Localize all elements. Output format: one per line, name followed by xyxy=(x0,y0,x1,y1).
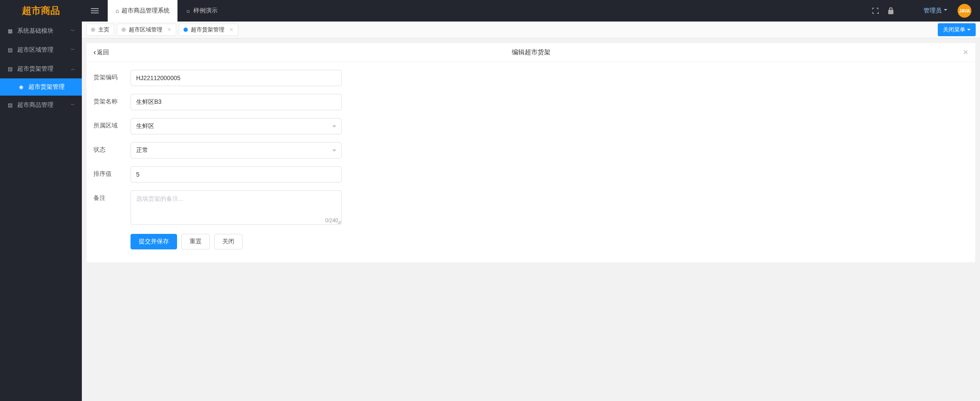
top-tab-system[interactable]: ⌂ 超市商品管理系统 xyxy=(108,0,177,22)
sun-icon: ☼ xyxy=(185,7,191,14)
logo: 超市商品 xyxy=(0,0,82,22)
top-tab-demo[interactable]: ☼ 样例演示 xyxy=(177,0,225,22)
logo-text: 超市商品 xyxy=(22,4,60,17)
fullscreen-icon[interactable] xyxy=(871,6,880,15)
top-tabs: ⌂ 超市商品管理系统 ☼ 样例演示 xyxy=(108,0,225,22)
top-tab-label: 超市商品管理系统 xyxy=(121,7,170,15)
header-right: 管理员 JAVA xyxy=(871,4,980,18)
menu-toggle[interactable] xyxy=(82,0,108,22)
header: 超市商品 ⌂ 超市商品管理系统 ☼ 样例演示 管理员 JAVA xyxy=(0,0,980,22)
user-dropdown[interactable]: 管理员 xyxy=(924,7,947,15)
top-tab-label: 样例演示 xyxy=(193,7,218,15)
java-badge[interactable]: JAVA xyxy=(958,4,971,18)
home-icon: ⌂ xyxy=(115,7,119,14)
lock-icon[interactable] xyxy=(887,6,895,15)
